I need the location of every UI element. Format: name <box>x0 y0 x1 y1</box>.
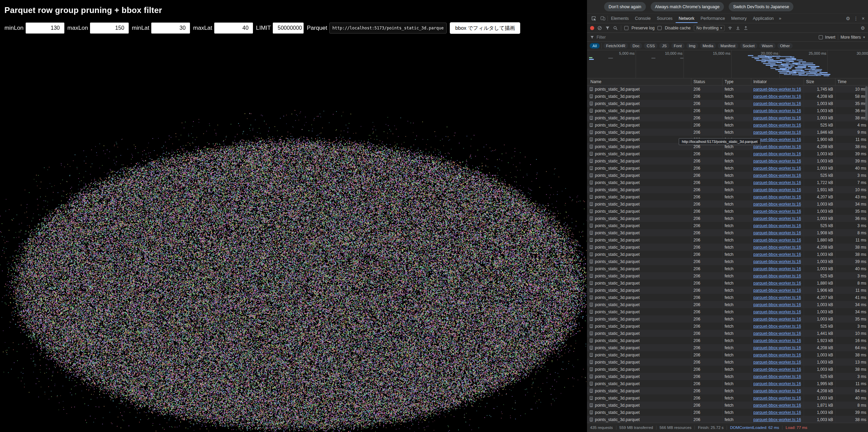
initiator-link[interactable]: parquet-bbox-worker.ts:16 <box>753 180 801 185</box>
table-row[interactable]: points_static_3d.parquet 206 fetch parqu… <box>587 165 868 172</box>
more-options-icon[interactable]: ⋮ <box>854 16 858 21</box>
initiator-link[interactable]: parquet-bbox-worker.ts:16 <box>753 166 801 171</box>
more-tabs-icon[interactable]: » <box>777 16 783 21</box>
table-row[interactable]: points_static_3d.parquet 206 fetch parqu… <box>587 337 868 344</box>
initiator-link[interactable]: parquet-bbox-worker.ts:16 <box>753 116 801 120</box>
table-row[interactable]: points_static_3d.parquet 206 fetch parqu… <box>587 358 868 366</box>
table-row[interactable]: points_static_3d.parquet 206 fetch parqu… <box>587 409 868 416</box>
tab-memory[interactable]: Memory <box>728 14 750 23</box>
table-row[interactable]: points_static_3d.parquet 206 fetch parqu… <box>587 380 868 387</box>
initiator-link[interactable]: parquet-bbox-worker.ts:16 <box>753 238 801 243</box>
table-row[interactable]: points_static_3d.parquet 206 fetch parqu… <box>587 193 868 200</box>
initiator-link[interactable]: parquet-bbox-worker.ts:16 <box>753 216 801 221</box>
initiator-link[interactable]: parquet-bbox-worker.ts:16 <box>753 353 801 357</box>
minlat-input[interactable] <box>151 23 190 34</box>
column-header-name[interactable]: Name <box>587 78 691 85</box>
table-row[interactable]: points_static_3d.parquet 206 fetch parqu… <box>587 200 868 208</box>
initiator-link[interactable]: parquet-bbox-worker.ts:16 <box>753 331 801 336</box>
table-row[interactable]: points_static_3d.parquet 206 fetch parqu… <box>587 351 868 358</box>
pointcloud-canvas[interactable] <box>0 0 587 432</box>
table-row[interactable]: points_static_3d.parquet 206 fetch parqu… <box>587 272 868 279</box>
table-row[interactable]: points_static_3d.parquet 206 fetch parqu… <box>587 402 868 409</box>
initiator-link[interactable]: parquet-bbox-worker.ts:16 <box>753 281 801 286</box>
initiator-link[interactable]: parquet-bbox-worker.ts:16 <box>753 209 801 214</box>
initiator-link[interactable]: parquet-bbox-worker.ts:16 <box>753 187 801 192</box>
table-row[interactable]: points_static_3d.parquet 206 fetch parqu… <box>587 222 868 229</box>
column-header-status[interactable]: Status <box>691 78 722 85</box>
clear-network-log-icon[interactable] <box>597 26 602 30</box>
initiator-link[interactable]: parquet-bbox-worker.ts:16 <box>753 302 801 307</box>
filter-chip-fetch-xhr[interactable]: Fetch/XHR <box>603 43 628 49</box>
initiator-link[interactable]: parquet-bbox-worker.ts:16 <box>753 94 801 99</box>
dont-show-again-button[interactable]: Don't show again <box>604 2 646 11</box>
initiator-link[interactable]: parquet-bbox-worker.ts:16 <box>753 152 801 156</box>
table-row[interactable]: points_static_3d.parquet 206 fetch parqu… <box>587 129 868 136</box>
initiator-link[interactable]: parquet-bbox-worker.ts:16 <box>753 396 801 401</box>
initiator-link[interactable]: parquet-bbox-worker.ts:16 <box>753 123 801 128</box>
maxlat-input[interactable] <box>214 23 253 34</box>
initiator-link[interactable]: parquet-bbox-worker.ts:16 <box>753 324 801 329</box>
tab-sources[interactable]: Sources <box>654 14 676 23</box>
inspect-icon[interactable] <box>589 16 598 21</box>
initiator-link[interactable]: parquet-bbox-worker.ts:16 <box>753 108 801 113</box>
table-row[interactable]: points_static_3d.parquet 206 fetch parqu… <box>587 323 868 330</box>
search-icon[interactable] <box>613 26 618 30</box>
table-row[interactable]: points_static_3d.parquet 206 fetch parqu… <box>587 330 868 337</box>
table-row[interactable]: points_static_3d.parquet 206 fetch parqu… <box>587 172 868 179</box>
table-row[interactable]: points_static_3d.parquet 206 fetch parqu… <box>587 287 868 294</box>
network-settings-gear-icon[interactable]: ⚙ <box>860 26 865 30</box>
export-har-icon[interactable] <box>743 26 748 30</box>
filter-chip-css[interactable]: CSS <box>644 43 658 49</box>
network-conditions-icon[interactable] <box>728 26 732 30</box>
table-row[interactable]: points_static_3d.parquet 206 fetch parqu… <box>587 208 868 215</box>
initiator-link[interactable]: parquet-bbox-worker.ts:16 <box>753 159 801 163</box>
table-row[interactable]: points_static_3d.parquet 206 fetch parqu… <box>587 86 868 93</box>
table-row[interactable]: points_static_3d.parquet 206 fetch parqu… <box>587 279 868 287</box>
column-header-type[interactable]: Type <box>722 78 751 85</box>
initiator-link[interactable]: parquet-bbox-worker.ts:16 <box>753 223 801 228</box>
table-row[interactable]: points_static_3d.parquet 206 fetch parqu… <box>587 186 868 193</box>
initiator-link[interactable]: parquet-bbox-worker.ts:16 <box>753 288 801 293</box>
maxlon-input[interactable] <box>90 23 129 34</box>
column-header-initiator[interactable]: Initiator <box>751 78 804 85</box>
invert-checkbox[interactable] <box>819 35 823 39</box>
throttling-select[interactable]: No throttling ▾ <box>694 25 725 31</box>
match-chrome-language-button[interactable]: Always match Chrome's language <box>651 2 724 11</box>
device-toolbar-icon[interactable] <box>598 16 608 21</box>
initiator-link[interactable]: parquet-bbox-worker.ts:16 <box>753 259 801 264</box>
table-row[interactable]: points_static_3d.parquet 206 fetch parqu… <box>587 179 868 186</box>
filter-chip-socket[interactable]: Socket <box>740 43 757 49</box>
table-row[interactable]: points_static_3d.parquet 206 fetch parqu… <box>587 121 868 129</box>
initiator-link[interactable]: parquet-bbox-worker.ts:16 <box>753 266 801 271</box>
initiator-link[interactable]: parquet-bbox-worker.ts:16 <box>753 417 801 422</box>
table-row[interactable]: points_static_3d.parquet 206 fetch parqu… <box>587 229 868 236</box>
initiator-link[interactable]: parquet-bbox-worker.ts:16 <box>753 195 801 199</box>
switch-devtools-japanese-button[interactable]: Switch DevTools to Japanese <box>729 2 793 11</box>
table-row[interactable]: points_static_3d.parquet 206 fetch parqu… <box>587 258 868 265</box>
filter-chip-wasm[interactable]: Wasm <box>759 43 776 49</box>
table-row[interactable]: points_static_3d.parquet 206 fetch parqu… <box>587 344 868 351</box>
initiator-link[interactable]: parquet-bbox-worker.ts:16 <box>753 252 801 257</box>
table-row[interactable]: points_static_3d.parquet 206 fetch parqu… <box>587 301 868 308</box>
initiator-link[interactable]: parquet-bbox-worker.ts:16 <box>753 338 801 343</box>
import-har-icon[interactable] <box>736 26 740 30</box>
table-scrollbar-thumb[interactable] <box>865 86 868 120</box>
table-row[interactable]: points_static_3d.parquet 206 fetch parqu… <box>587 157 868 165</box>
close-devtools-icon[interactable]: × <box>862 16 865 21</box>
initiator-link[interactable]: parquet-bbox-worker.ts:16 <box>753 295 801 300</box>
table-row[interactable]: points_static_3d.parquet 206 fetch parqu… <box>587 244 868 251</box>
tab-console[interactable]: Console <box>632 14 654 23</box>
initiator-link[interactable]: parquet-bbox-worker.ts:16 <box>753 374 801 379</box>
table-row[interactable]: points_static_3d.parquet 206 fetch parqu… <box>587 150 868 157</box>
more-filters-button[interactable]: More filters <box>841 35 861 40</box>
initiator-link[interactable]: parquet-bbox-worker.ts:16 <box>753 360 801 365</box>
initiator-link[interactable]: parquet-bbox-worker.ts:16 <box>753 367 801 372</box>
limit-input[interactable] <box>273 23 304 34</box>
table-row[interactable]: points_static_3d.parquet 206 fetch parqu… <box>587 394 868 402</box>
table-row[interactable]: points_static_3d.parquet 206 fetch parqu… <box>587 265 868 272</box>
disable-cache-checkbox[interactable] <box>658 26 662 30</box>
filter-chip-js[interactable]: JS <box>659 43 669 49</box>
filter-chip-all[interactable]: All <box>590 43 600 49</box>
initiator-link[interactable]: parquet-bbox-worker.ts:16 <box>753 87 801 92</box>
table-row[interactable]: points_static_3d.parquet 206 fetch parqu… <box>587 366 868 373</box>
